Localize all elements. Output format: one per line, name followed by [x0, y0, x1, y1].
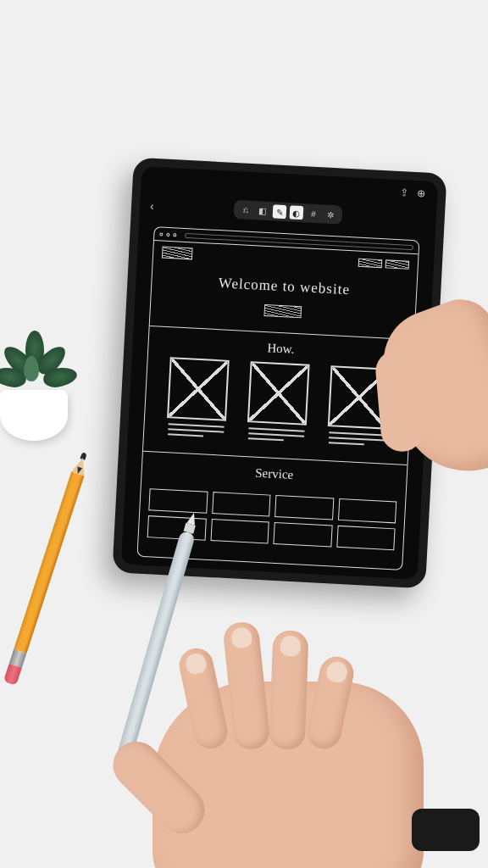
wristwatch — [412, 809, 480, 851]
drawing-toolbar: ⎌ ◧ ✎ ◐ # ✲ — [233, 200, 342, 225]
hero-heading: Welcome to website — [152, 271, 417, 302]
share-icon[interactable]: ⇪ — [400, 186, 409, 199]
logo-placeholder — [162, 247, 193, 260]
nav-link-placeholder — [385, 259, 409, 269]
grid-item-placeholder — [210, 519, 269, 544]
more-icon[interactable]: ⊕ — [417, 187, 426, 200]
text-tool[interactable]: # — [306, 206, 320, 220]
grid-item-placeholder — [337, 498, 396, 524]
undo-tool[interactable]: ⎌ — [239, 203, 253, 217]
grid-item-placeholder — [273, 522, 332, 548]
eraser-tool[interactable]: ◧ — [256, 203, 270, 218]
settings-tool[interactable]: ✲ — [323, 207, 337, 221]
feature-card — [247, 361, 310, 446]
image-placeholder-icon — [247, 361, 310, 426]
back-button[interactable]: ‹ — [150, 199, 155, 213]
feature-card — [166, 357, 230, 442]
nav-link-placeholder — [358, 259, 382, 268]
wooden-pencil — [3, 456, 90, 686]
feature-cards-sketch — [143, 356, 412, 465]
plant-pot — [0, 390, 68, 441]
image-placeholder-icon — [167, 357, 230, 421]
cta-button-placeholder — [263, 304, 302, 318]
grid-item-placeholder — [336, 526, 396, 551]
succulent-plant — [0, 322, 85, 441]
pen-tool[interactable]: ✎ — [273, 204, 287, 219]
grid-item-placeholder — [212, 492, 271, 517]
grid-item-placeholder — [274, 495, 334, 520]
shape-tool[interactable]: ◐ — [290, 205, 304, 220]
left-hand — [152, 682, 424, 868]
grid-item-placeholder — [148, 488, 208, 514]
